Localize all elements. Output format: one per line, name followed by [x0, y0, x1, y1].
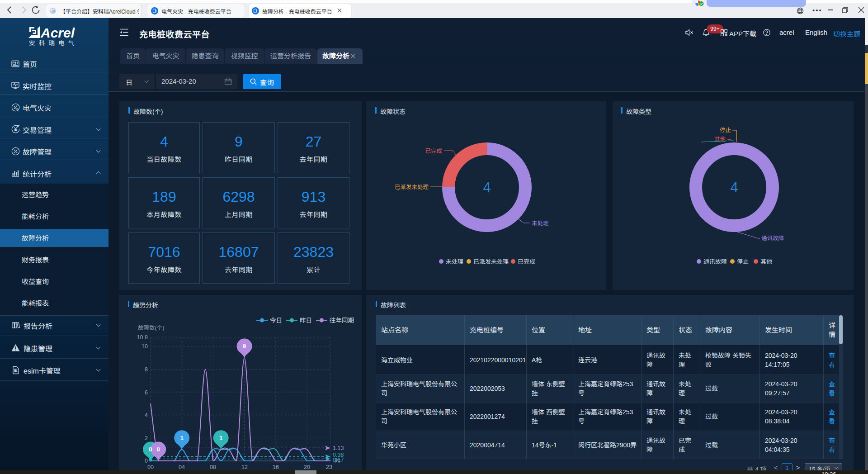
svg-text:0: 0 — [145, 458, 148, 464]
svg-text:1: 1 — [180, 435, 184, 441]
svg-text:8: 8 — [145, 366, 148, 373]
svg-text:停止: 停止 — [737, 258, 749, 265]
svg-text:4: 4 — [483, 180, 491, 195]
svg-text:0.17: 0.17 — [333, 457, 344, 463]
svg-text:安科瑞电气: 安科瑞电气 — [29, 40, 78, 47]
svg-text:今日: 今日 — [270, 317, 282, 324]
svg-text:10: 10 — [142, 343, 148, 350]
svg-text:0: 0 — [149, 446, 152, 453]
svg-text:6: 6 — [145, 389, 148, 396]
svg-text:未处理: 未处理 — [446, 258, 463, 265]
svg-text:1.13: 1.13 — [333, 445, 344, 451]
svg-text:12: 12 — [241, 464, 248, 470]
svg-text:23: 23 — [326, 464, 332, 470]
svg-text:已完成: 已完成 — [518, 258, 535, 265]
svg-text:昨日: 昨日 — [300, 317, 312, 324]
svg-text:通讯故障: 通讯故障 — [761, 235, 784, 242]
svg-text:往年同期: 往年同期 — [330, 317, 354, 324]
svg-text:4: 4 — [145, 412, 148, 418]
svg-text:已完成: 已完成 — [425, 148, 442, 154]
svg-text:通讯故障: 通讯故障 — [703, 258, 727, 265]
svg-text:9: 9 — [243, 343, 246, 350]
svg-text:1: 1 — [219, 435, 223, 441]
svg-text:04: 04 — [179, 464, 185, 470]
svg-text:00: 00 — [147, 464, 154, 470]
svg-text:停止: 停止 — [720, 127, 731, 133]
svg-text:10.8: 10.8 — [137, 334, 148, 341]
svg-text:20: 20 — [304, 464, 310, 470]
svg-text:Acrel: Acrel — [40, 26, 75, 40]
svg-text:未处理: 未处理 — [532, 220, 549, 227]
svg-text:08: 08 — [210, 464, 216, 470]
svg-text:0: 0 — [157, 446, 160, 453]
svg-text:已派发未处理: 已派发未处理 — [473, 258, 509, 265]
svg-text:故障数(个): 故障数(个) — [138, 325, 164, 331]
svg-text:16: 16 — [273, 464, 279, 470]
svg-text:其他: 其他 — [760, 258, 772, 265]
svg-text:2: 2 — [145, 435, 148, 441]
svg-text:4: 4 — [730, 180, 738, 195]
svg-text:已派发未处理: 已派发未处理 — [395, 184, 429, 190]
